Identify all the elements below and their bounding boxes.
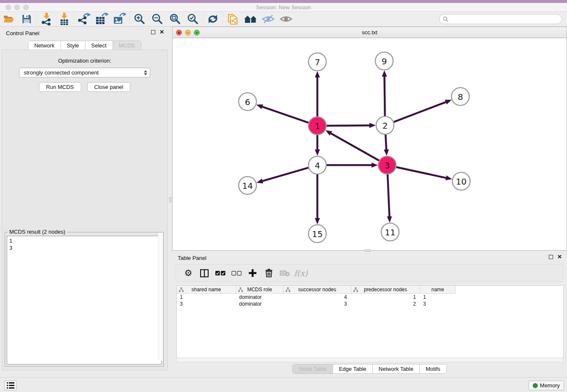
graph-node[interactable]: 8 (451, 88, 469, 105)
graph-node[interactable]: 10 (452, 172, 470, 190)
graph-node[interactable]: 4 (308, 156, 326, 174)
run-mcds-button[interactable]: Run MCDS (39, 82, 81, 92)
zoom-out-icon (151, 13, 163, 25)
search-icon (443, 17, 449, 22)
tab-edge-table[interactable]: Edge Table (333, 364, 373, 373)
column-header[interactable]: shared name (177, 286, 236, 294)
network-window-titlebar[interactable]: ✕ − ＋ scc.txt (172, 27, 567, 38)
table-cell[interactable]: dominator (236, 301, 284, 307)
node-label: 6 (245, 97, 250, 107)
column-header[interactable]: predecessor nodes (351, 286, 420, 294)
horizontal-divider-grip[interactable] (365, 249, 371, 252)
graph-node[interactable]: 1 (308, 117, 326, 135)
optimization-criterion-select[interactable]: strongly connected component (19, 68, 150, 77)
table-row[interactable]: 1dominator411 (177, 294, 563, 301)
graph-edge[interactable] (262, 168, 308, 181)
graph-node[interactable]: 14 (239, 177, 256, 194)
table-cell[interactable]: 1 (351, 294, 420, 301)
graph-edge[interactable] (327, 125, 370, 126)
node-label: 11 (385, 227, 395, 237)
search-input[interactable] (451, 16, 556, 22)
zoom-in-button[interactable] (131, 12, 149, 26)
zoom-selected-button[interactable] (184, 12, 202, 26)
graph-node[interactable]: 7 (308, 53, 326, 71)
import-network-button[interactable] (38, 12, 55, 26)
tab-style[interactable]: Style (61, 41, 85, 50)
result-scrollbar[interactable] (158, 233, 163, 361)
graph-edge[interactable] (394, 102, 446, 122)
mcds-result-text[interactable]: 1 3 (7, 236, 162, 364)
graph-node[interactable]: 15 (308, 225, 326, 243)
search-field[interactable] (439, 14, 562, 24)
memory-status-icon (533, 383, 538, 388)
delete-table-button[interactable] (277, 266, 293, 280)
eye-slash-icon (262, 14, 275, 24)
tab-motifs[interactable]: Motifs (420, 364, 446, 373)
table-cell[interactable]: 1 (177, 294, 236, 301)
graph-edge[interactable] (396, 167, 446, 178)
graph-edge[interactable] (385, 135, 386, 150)
graph-node[interactable]: 9 (375, 52, 393, 70)
float-table-panel-icon[interactable] (549, 255, 553, 259)
graph-node[interactable]: 2 (376, 116, 394, 134)
node-label: 3 (385, 160, 390, 171)
home-view-button[interactable] (242, 12, 259, 26)
import-network-icon (40, 13, 53, 25)
deselect-all-rows-button[interactable] (228, 266, 245, 280)
save-session-button[interactable] (18, 12, 36, 26)
graph-edge[interactable] (330, 133, 379, 161)
network-graph[interactable]: 7968124314101511 (173, 38, 567, 250)
column-header[interactable]: MCDS role (236, 286, 284, 294)
open-file-button[interactable] (0, 12, 18, 26)
apply-layout-button[interactable] (204, 12, 222, 26)
graph-node[interactable]: 11 (381, 223, 399, 241)
graph-edge[interactable] (262, 107, 308, 123)
table-cell[interactable]: dominator (236, 294, 284, 301)
add-column-button[interactable] (245, 266, 261, 280)
memory-button[interactable]: Memory (528, 381, 564, 390)
clone-network-button[interactable] (224, 12, 242, 26)
table-cell[interactable]: 3 (420, 301, 456, 307)
table-cell[interactable]: 1 (420, 294, 456, 301)
column-header[interactable]: name (420, 286, 456, 294)
import-table-button[interactable] (55, 12, 73, 26)
task-history-button[interactable] (4, 381, 17, 390)
control-panel-tabs: Network Style Select MCDS (0, 41, 169, 50)
tab-mcds[interactable]: MCDS (113, 41, 141, 50)
export-table-button[interactable] (93, 12, 111, 26)
column-header[interactable]: successor nodes (284, 286, 351, 294)
network-view-window: ✕ − ＋ scc.txt 7968124314101511 (172, 27, 567, 251)
table-cell[interactable]: 3 (177, 301, 236, 307)
application-window: Session: New Session (0, 0, 567, 392)
zoom-fit-button[interactable] (166, 12, 184, 26)
export-network-button[interactable] (75, 12, 93, 26)
float-panel-icon[interactable] (151, 30, 155, 34)
select-all-rows-button[interactable] (212, 266, 228, 280)
graph-node[interactable]: 3 (378, 156, 396, 174)
table-cell[interactable]: 2 (351, 301, 420, 307)
graph-edge[interactable] (388, 174, 389, 217)
table-row[interactable]: 3dominator323 (177, 301, 563, 307)
toolbar-separator (203, 13, 203, 25)
tab-network[interactable]: Network (28, 41, 61, 50)
tab-node-table[interactable]: Node Table (293, 364, 333, 373)
tab-network-table[interactable]: Network Table (373, 364, 420, 373)
table-cell[interactable]: 4 (284, 294, 351, 301)
network-canvas[interactable]: 7968124314101511 (172, 38, 567, 251)
table-cell[interactable]: 3 (284, 301, 351, 307)
graph-edge[interactable] (385, 76, 385, 116)
export-image-button[interactable] (111, 12, 129, 26)
close-panel-button[interactable]: Close panel (87, 82, 131, 92)
column-layout-button[interactable] (196, 266, 212, 280)
tab-select[interactable]: Select (85, 41, 113, 50)
close-table-panel-icon[interactable]: ✕ (557, 255, 562, 259)
close-panel-icon[interactable]: ✕ (160, 30, 164, 34)
hide-panels-button[interactable] (259, 12, 277, 26)
table-horizontal-scrollbar[interactable] (176, 358, 564, 362)
delete-column-button[interactable] (261, 266, 277, 280)
function-builder-button[interactable]: f(x) (293, 266, 309, 280)
graph-node[interactable]: 6 (239, 93, 256, 110)
table-settings-button[interactable]: ⚙ (180, 266, 196, 280)
show-panels-button[interactable] (277, 12, 295, 26)
zoom-out-button[interactable] (149, 12, 166, 26)
